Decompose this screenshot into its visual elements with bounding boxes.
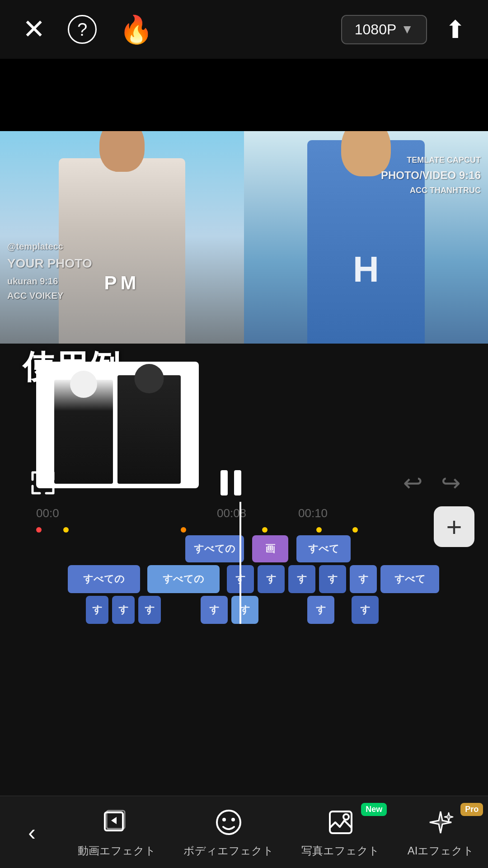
top-left-controls: ✕ ? 🔥 [23, 14, 153, 46]
clip-2-1[interactable]: すべての [68, 565, 140, 593]
playhead-line [239, 502, 241, 624]
clip-1-2[interactable]: 画 [252, 535, 288, 562]
add-clip-button[interactable]: + [434, 506, 474, 547]
gap4 [221, 565, 225, 593]
close-button[interactable]: ✕ [23, 16, 45, 43]
wr2: PHOTO/VIDEO 9:16 [381, 167, 481, 184]
dot-yellow-1 [63, 527, 69, 533]
body-effect-label: ボディエフェクト [183, 844, 274, 858]
gap7 [336, 596, 350, 624]
anime-head-right [135, 364, 164, 393]
photo-effect-svg [326, 808, 355, 837]
clip-2-5[interactable]: す [288, 565, 315, 593]
clip-3-3[interactable]: す [138, 596, 161, 624]
left-person-head [99, 131, 145, 172]
gap2 [290, 535, 295, 562]
svg-point-2 [217, 811, 240, 834]
wr3: ACC THANHTRUC [381, 184, 481, 197]
pause-bar-right [234, 470, 241, 495]
gap5 [163, 596, 199, 624]
wr1: TEMLATE CAPCUT [381, 154, 481, 167]
time-start: 00:0 [36, 506, 59, 520]
clip-1-3[interactable]: すべて [296, 535, 351, 562]
back-icon: ‹ [28, 819, 36, 845]
nav-item-ai-effect[interactable]: Pro AIエフェクト [408, 807, 474, 858]
watermark-left: @templatecc YOUR PHOTO ukuran 9:16 ACC V… [7, 239, 92, 303]
clip-2-4[interactable]: す [258, 565, 285, 593]
clip-3-1[interactable]: す [86, 596, 108, 624]
video-effect-svg [102, 808, 131, 837]
video-effect-label: 動画エフェクト [78, 844, 156, 858]
expand-button[interactable] [27, 467, 59, 499]
clip-3-4[interactable]: す [201, 596, 228, 624]
back-button[interactable]: ‹ [14, 814, 50, 850]
black-top-strip [0, 59, 488, 131]
photo-effect-label: 写真エフェクト [301, 844, 380, 858]
wl1: @templatecc [7, 239, 92, 254]
clip-2-8[interactable]: すべて [380, 565, 439, 593]
shirt-text-left: PM [104, 272, 140, 294]
nav-item-body-effect[interactable]: ボディエフェクト [183, 807, 274, 858]
clip-2-2[interactable]: すべての [147, 565, 220, 593]
pause-bar-left [221, 470, 228, 495]
flame-icon: 🔥 [119, 14, 153, 46]
resolution-label: 1080P [355, 21, 397, 38]
photo-effect-icon [325, 807, 357, 838]
clip-2-7[interactable]: す [350, 565, 377, 593]
pause-button[interactable] [213, 465, 249, 501]
shirt-text-right: H [353, 249, 379, 290]
dot-yellow-4 [352, 527, 358, 533]
question-mark: ? [77, 19, 87, 40]
clip-3-2[interactable]: す [112, 596, 135, 624]
bottom-nav: ‹ 動画エフェクト ボディエフェクト [0, 796, 488, 868]
plus-icon: + [446, 511, 462, 542]
watermark-right: TEMLATE CAPCUT PHOTO/VIDEO 9:16 ACC THAN… [381, 154, 481, 197]
ai-effect-svg [426, 808, 455, 837]
timeline-area: 00:0 00:08 00:10 + すべての 画 すべて すべての すべての … [0, 502, 488, 624]
track-dots-row [9, 524, 479, 535]
dot-yellow-2 [262, 527, 267, 533]
nav-item-photo-effect[interactable]: New 写真エフェクト [301, 807, 380, 858]
svg-point-6 [343, 814, 349, 820]
track-row-2: すべての すべての す す す す す すべて [63, 565, 488, 593]
anime-head-left [70, 371, 97, 398]
badge-new: New [361, 803, 387, 816]
help-button[interactable]: ? [68, 15, 97, 44]
ai-effect-label: AIエフェクト [408, 844, 474, 858]
resolution-button[interactable]: 1080P ▼ [341, 15, 427, 44]
body-effect-svg [214, 808, 243, 837]
top-right-controls: 1080P ▼ ⬆ [341, 15, 465, 44]
wl3: ukuran 9:16 [7, 274, 92, 288]
dot-orange-1 [181, 527, 186, 533]
chevron-down-icon: ▼ [401, 22, 413, 37]
clip-3-6[interactable]: す [307, 596, 334, 624]
time-mid: 00:08 [217, 506, 246, 520]
body-effect-icon [213, 807, 244, 838]
pause-icon [221, 470, 241, 495]
clip-1-1[interactable]: すべての [185, 535, 244, 562]
gap6 [260, 596, 305, 624]
badge-pro: Pro [460, 803, 483, 816]
dot-yellow-3 [316, 527, 322, 533]
nav-item-video-effect[interactable]: 動画エフェクト [78, 807, 156, 858]
upload-button[interactable]: ⬆ [445, 15, 465, 44]
svg-point-4 [231, 818, 235, 821]
video-effect-icon [101, 807, 132, 838]
dot-red-1 [36, 527, 42, 533]
clip-3-7[interactable]: す [352, 596, 379, 624]
expand-icon [31, 471, 55, 495]
playback-controls: ↩ ↪ [0, 460, 488, 505]
top-bar: ✕ ? 🔥 1080P ▼ ⬆ [0, 0, 488, 59]
redo-button[interactable]: ↪ [441, 469, 461, 496]
svg-point-3 [222, 818, 226, 821]
undo-button[interactable]: ↩ [403, 469, 423, 496]
wl2: YOUR PHOTO [7, 254, 92, 274]
wl4: ACC VOIKEY [7, 288, 92, 303]
track-row-3: す す す す す す す [81, 596, 488, 624]
clip-2-6[interactable]: す [319, 565, 346, 593]
gap [246, 535, 250, 562]
ai-effect-icon [425, 807, 456, 838]
clip-3-5[interactable]: す [231, 596, 258, 624]
time-end: 00:10 [298, 506, 328, 520]
undo-redo-controls: ↩ ↪ [403, 469, 461, 496]
